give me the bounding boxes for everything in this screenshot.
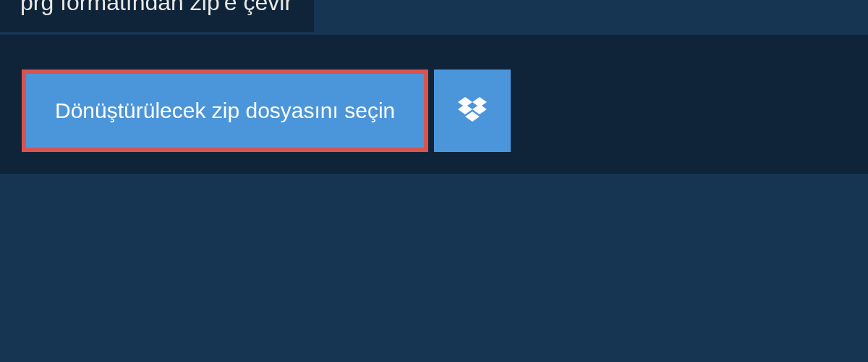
- upload-row: Dönüştürülecek zip dosyasını seçin: [0, 48, 868, 152]
- tab-title: prg formatından zip'e çevir: [0, 0, 314, 32]
- file-select-button[interactable]: Dönüştürülecek zip dosyasını seçin: [22, 70, 428, 152]
- converter-panel: prg formatından zip'e çevir Dönüştürülec…: [0, 35, 868, 174]
- dropbox-icon: [458, 97, 487, 125]
- dropbox-button[interactable]: [434, 70, 511, 152]
